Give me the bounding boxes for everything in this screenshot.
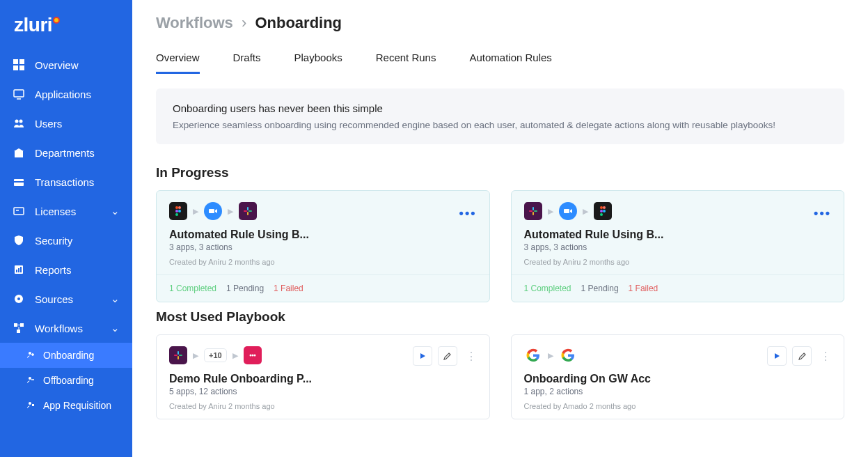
workflow-icon — [13, 322, 25, 334]
sidebar-item-applications[interactable]: Applications — [0, 79, 132, 109]
svg-rect-44 — [529, 210, 532, 212]
card-title: Onboarding On GW Acc — [524, 373, 832, 385]
card-title: Automated Rule Using B... — [169, 228, 477, 241]
sidebar-item-departments[interactable]: Departments — [0, 138, 132, 167]
tab-recent-runs[interactable]: Recent Runs — [376, 46, 436, 74]
playbook-card[interactable]: ▶ ⋮ Onboarding On GW Acc 1 app, 2 action… — [511, 334, 845, 419]
playbook-cards: ▶ +10 ▶ ⋮ Demo Rule Onboarding P... 5 ap… — [132, 334, 868, 419]
figma-icon — [594, 202, 612, 220]
sidebar-item-transactions[interactable]: Transactions — [0, 167, 132, 196]
more-menu-icon[interactable]: ••• — [814, 206, 831, 221]
kebab-menu-icon[interactable]: ⋮ — [817, 350, 834, 363]
svg-rect-53 — [177, 356, 179, 359]
svg-rect-20 — [20, 323, 24, 327]
svg-rect-21 — [17, 330, 20, 333]
status-failed: 1 Failed — [629, 284, 658, 293]
slack-icon — [239, 202, 257, 220]
svg-rect-19 — [14, 323, 17, 327]
shield-icon — [13, 234, 25, 247]
chevron-right-icon: ▶ — [583, 207, 588, 216]
svg-rect-14 — [16, 270, 17, 272]
more-menu-icon[interactable]: ••• — [459, 206, 477, 221]
sidebar-sub-offboarding[interactable]: Offboarding — [0, 368, 132, 393]
logo: zluri — [0, 11, 132, 50]
sidebar-item-overview[interactable]: Overview — [0, 50, 132, 79]
sub-label: Offboarding — [43, 375, 94, 386]
app-icon-row: ▶ ▶ — [169, 202, 477, 220]
progress-card[interactable]: ▶ ▶ ••• Automated Rule Using B... 3 apps… — [156, 190, 490, 302]
breadcrumb: Workflows › Onboarding — [132, 0, 868, 39]
sub-label: App Requisition — [43, 400, 111, 411]
banner-subtitle: Experience seamless onboarding using rec… — [173, 120, 828, 130]
sidebar-sub-onboarding[interactable]: Onboarding — [0, 343, 132, 368]
slack-icon — [169, 346, 187, 364]
sidebar-item-licenses[interactable]: Licenses ⌄ — [0, 196, 132, 226]
sidebar-item-security[interactable]: Security — [0, 226, 132, 255]
breadcrumb-current: Onboarding — [255, 14, 342, 31]
zoom-icon — [559, 202, 577, 220]
svg-rect-39 — [247, 212, 248, 215]
tab-overview[interactable]: Overview — [156, 46, 200, 74]
svg-rect-3 — [19, 65, 24, 70]
nav-label: Sources — [35, 293, 73, 305]
sub-label: Onboarding — [43, 350, 94, 361]
nav-label: Applications — [35, 88, 91, 100]
svg-point-6 — [15, 120, 19, 123]
chevron-right-icon: ▶ — [548, 207, 553, 216]
nav-label: Security — [35, 235, 72, 247]
svg-rect-51 — [177, 351, 179, 355]
svg-point-7 — [19, 120, 23, 123]
svg-point-31 — [175, 206, 178, 209]
info-banner: Onboarding users has never been this sim… — [156, 88, 844, 144]
edit-button[interactable] — [438, 346, 457, 366]
chevron-right-icon: ▶ — [193, 207, 198, 216]
breadcrumb-root[interactable]: Workflows — [156, 14, 233, 31]
app-grid-icon — [244, 346, 262, 364]
card-meta: 1 app, 2 actions — [524, 387, 832, 396]
svg-point-49 — [603, 210, 606, 212]
card-meta: 5 apps, 12 actions — [169, 387, 477, 396]
sidebar-item-users[interactable]: Users — [0, 109, 132, 138]
monitor-icon — [13, 88, 25, 100]
tabs: Overview Drafts Playbooks Recent Runs Au… — [132, 39, 868, 75]
card-meta: 3 apps, 3 actions — [169, 242, 477, 252]
svg-rect-54 — [174, 355, 177, 356]
chevron-down-icon: ⌄ — [111, 205, 120, 217]
sidebar-item-reports[interactable]: Reports — [0, 255, 132, 284]
logo-dot-icon — [53, 17, 60, 24]
grid-icon — [13, 59, 25, 71]
sidebar: zluri Overview Applications Users Depart… — [0, 0, 132, 457]
wallet-icon — [13, 176, 25, 188]
sidebar-sub-app-requisition[interactable]: App Requisition — [0, 393, 132, 418]
tab-automation-rules[interactable]: Automation Rules — [469, 46, 551, 74]
edit-button[interactable] — [792, 346, 812, 366]
svg-rect-4 — [14, 90, 24, 97]
person-minus-icon — [26, 375, 36, 385]
nav-label: Transactions — [35, 176, 94, 188]
progress-card[interactable]: ▶ ▶ ••• Automated Rule Using B... 3 apps… — [511, 190, 845, 302]
plus-count-badge: +10 — [204, 348, 227, 362]
card-icon — [13, 205, 25, 217]
card-created: Created by Aniru 2 months ago — [169, 258, 477, 266]
breadcrumb-separator: › — [242, 14, 246, 31]
card-meta: 3 apps, 3 actions — [524, 242, 832, 252]
run-button[interactable] — [767, 346, 787, 366]
svg-rect-16 — [20, 267, 22, 272]
sidebar-item-workflows[interactable]: Workflows ⌄ — [0, 313, 132, 343]
sidebar-item-sources[interactable]: Sources ⌄ — [0, 284, 132, 313]
google-icon — [559, 346, 577, 364]
svg-rect-40 — [244, 210, 247, 212]
nav-label: Workflows — [35, 323, 83, 334]
tab-drafts[interactable]: Drafts — [233, 46, 261, 74]
svg-rect-43 — [532, 212, 534, 215]
svg-point-24 — [29, 352, 31, 355]
tab-playbooks[interactable]: Playbooks — [294, 46, 342, 74]
card-title: Automated Rule Using B... — [524, 228, 832, 241]
gear-icon — [13, 293, 25, 305]
nav-label: Overview — [35, 59, 79, 71]
chevron-laststep-icon: ▶ — [548, 351, 553, 360]
in-progress-cards: ▶ ▶ ••• Automated Rule Using B... 3 apps… — [132, 190, 868, 302]
run-button[interactable] — [413, 346, 432, 366]
playbook-card[interactable]: ▶ +10 ▶ ⋮ Demo Rule Onboarding P... 5 ap… — [156, 334, 490, 419]
kebab-menu-icon[interactable]: ⋮ — [463, 350, 480, 363]
